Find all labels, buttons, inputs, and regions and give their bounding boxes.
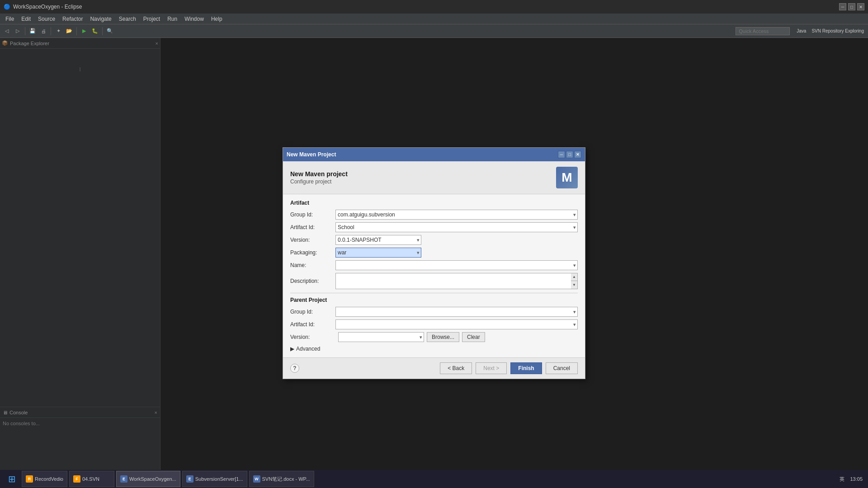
help-button[interactable]: ? (290, 364, 299, 373)
menu-source[interactable]: Source (34, 15, 59, 23)
toolbar-open-btn[interactable]: 📂 (64, 26, 74, 36)
eclipse-logo-icon: 🔵 (4, 4, 10, 10)
taskbar-label-recordvedio: RecordVedio (35, 476, 63, 482)
taskbar-icon-svn: F (73, 475, 80, 483)
advanced-chevron-icon: ▶ (290, 346, 294, 352)
taskbar-icon-recordvedio: R (26, 475, 33, 483)
description-row: Description: ▲ ▼ (290, 273, 578, 289)
parent-artifact-id-wrapper (335, 319, 578, 329)
parent-artifact-id-row: Artifact Id: (290, 319, 578, 329)
taskbar-item-word[interactable]: W SVN笔记.docx - WP... (249, 471, 314, 487)
dialog-minimize-btn[interactable]: ─ (558, 151, 565, 158)
taskbar-item-recordvedio[interactable]: R RecordVedio (22, 471, 67, 487)
group-id-select-wrapper: com.atguigu.subversion (335, 210, 578, 220)
advanced-section[interactable]: ▶ Advanced (290, 346, 578, 352)
menu-file[interactable]: File (2, 15, 18, 23)
version-select[interactable]: 0.0.1-SNAPSHOT 1.0-SNAPSHOT 1.0.0 (335, 235, 421, 245)
menu-search[interactable]: Search (115, 15, 140, 23)
taskbar-item-subversion[interactable]: E SubversionServer[1... (182, 471, 247, 487)
taskbar: ⊞ R RecordVedio F 04.SVN E WorkSpaceOxyg… (0, 470, 868, 488)
toolbar: ◁ ▷ 💾 🖨 ✦ 📂 ▶ 🐛 🔍 Java SVN Repository Ex… (0, 24, 868, 38)
parent-project-section-title: Parent Project (290, 297, 578, 303)
dialog-titlebar-controls: ─ □ ✕ (558, 151, 581, 158)
toolbar-back-btn[interactable]: ◁ (2, 26, 12, 36)
dialog-titlebar: New Maven Project ─ □ ✕ (283, 148, 585, 161)
quick-access-input[interactable] (736, 27, 790, 35)
name-label: Name: (290, 262, 335, 268)
clear-button[interactable]: Clear (462, 332, 485, 342)
systray-lang[interactable]: 英 (838, 476, 846, 483)
artifact-id-select[interactable]: School (335, 222, 578, 232)
dialog-header-title: New Maven project (290, 170, 348, 178)
group-id-select[interactable]: com.atguigu.subversion (335, 210, 578, 220)
menu-help[interactable]: Help (208, 15, 226, 23)
parent-group-id-select[interactable] (335, 307, 578, 317)
parent-artifact-id-label: Artifact Id: (290, 321, 335, 328)
menu-edit[interactable]: Edit (18, 15, 34, 23)
perspective-java-btn[interactable]: Java (794, 26, 808, 36)
start-button[interactable]: ⊞ (4, 471, 20, 487)
toolbar-forward-btn[interactable]: ▷ (13, 26, 23, 36)
title-bar-left: 🔵 WorkSpaceOxygen - Eclipse (4, 4, 82, 10)
toolbar-print-btn[interactable]: 🖨 (38, 26, 48, 36)
artifact-id-label: Artifact Id: (290, 224, 335, 230)
minimize-button[interactable]: ─ (839, 3, 846, 10)
packaging-label: Packaging: (290, 249, 335, 256)
parent-version-row: Version: Browse... Clear (290, 332, 578, 342)
systray-time: 13:05 (848, 476, 864, 482)
artifact-id-row: Artifact Id: School (290, 222, 578, 232)
description-scroll-down[interactable]: ▼ (571, 281, 577, 289)
version-select-wrapper: 0.0.1-SNAPSHOT 1.0-SNAPSHOT 1.0.0 (335, 235, 421, 245)
parent-version-input[interactable] (338, 332, 424, 342)
maximize-button[interactable]: □ (848, 3, 855, 10)
toolbar-sep-3 (76, 27, 77, 35)
systray: 英 13:05 (838, 476, 864, 483)
description-scroll-up[interactable]: ▲ (571, 273, 577, 282)
dialog-footer: ? < Back Next > Finish Cancel (283, 357, 585, 379)
description-wrapper: ▲ ▼ (335, 273, 578, 289)
toolbar-debug-btn[interactable]: 🐛 (90, 26, 100, 36)
description-input[interactable] (335, 273, 571, 289)
taskbar-item-eclipse[interactable]: E WorkSpaceOxygen... (116, 471, 180, 487)
packaging-select[interactable]: war jar pom ear (335, 248, 421, 258)
parent-group-id-row: Group Id: (290, 307, 578, 317)
group-id-label: Group Id: (290, 211, 335, 218)
dialog-maximize-btn[interactable]: □ (566, 151, 573, 158)
taskbar-label-eclipse: WorkSpaceOxygen... (129, 476, 176, 482)
version-row: Version: 0.0.1-SNAPSHOT 1.0-SNAPSHOT 1.0… (290, 235, 578, 245)
menu-project[interactable]: Project (140, 15, 164, 23)
dialog-header: New Maven project Configure project M (283, 161, 585, 194)
perspective-svn-btn[interactable]: SVN Repository Exploring (809, 26, 866, 36)
finish-button[interactable]: Finish (510, 362, 542, 374)
title-bar: 🔵 WorkSpaceOxygen - Eclipse ─ □ ✕ (0, 0, 868, 14)
back-button[interactable]: < Back (440, 362, 472, 374)
taskbar-item-svn[interactable]: F 04.SVN (69, 471, 114, 487)
toolbar-run-btn[interactable]: ▶ (79, 26, 89, 36)
close-button[interactable]: ✕ (857, 3, 864, 10)
toolbar-sep-1 (25, 27, 25, 35)
toolbar-new-btn[interactable]: ✦ (53, 26, 63, 36)
menu-navigate[interactable]: Navigate (86, 15, 115, 23)
toolbar-sep-2 (51, 27, 51, 35)
toolbar-sep-4 (102, 27, 103, 35)
browse-button[interactable]: Browse... (427, 332, 459, 342)
menu-window[interactable]: Window (181, 15, 208, 23)
window-title: WorkSpaceOxygen - Eclipse (13, 4, 82, 10)
version-label: Version: (290, 237, 335, 243)
advanced-label: Advanced (296, 346, 320, 352)
toolbar-save-btn[interactable]: 💾 (28, 26, 38, 36)
menu-refactor[interactable]: Refactor (59, 15, 86, 23)
menu-run[interactable]: Run (164, 15, 181, 23)
title-bar-controls: ─ □ ✕ (839, 3, 864, 10)
parent-group-id-wrapper (335, 307, 578, 317)
cancel-button[interactable]: Cancel (546, 362, 578, 374)
taskbar-label-subversion: SubversionServer[1... (195, 476, 243, 482)
parent-artifact-id-select[interactable] (335, 319, 578, 329)
name-select[interactable] (335, 260, 578, 270)
eclipse-window: 🔵 WorkSpaceOxygen - Eclipse ─ □ ✕ File E… (0, 0, 868, 488)
toolbar-search-btn[interactable]: 🔍 (105, 26, 115, 36)
menu-bar: File Edit Source Refactor Navigate Searc… (0, 14, 868, 24)
next-button[interactable]: Next > (476, 362, 507, 374)
dialog-close-btn[interactable]: ✕ (574, 151, 581, 158)
parent-version-input-wrapper (338, 332, 424, 342)
